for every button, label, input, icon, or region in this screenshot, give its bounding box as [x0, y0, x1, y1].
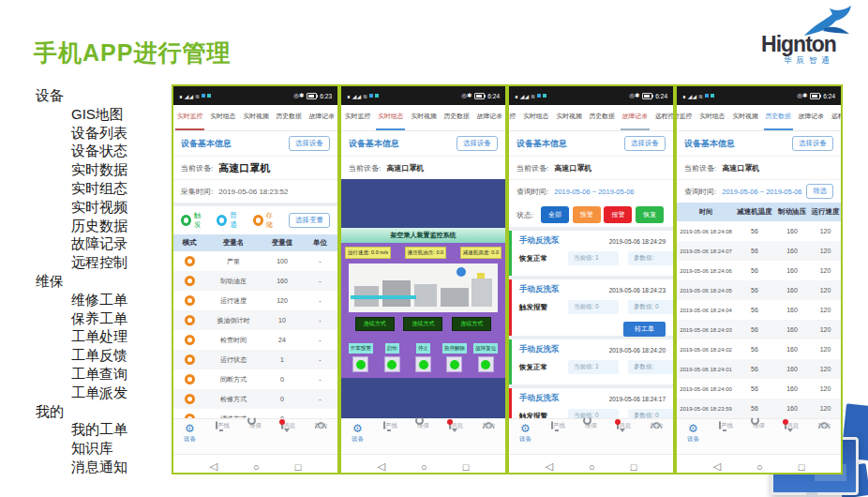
indicator-button[interactable] — [384, 356, 400, 372]
indicator-button[interactable] — [352, 356, 368, 372]
nav-item-maintenance[interactable]: 维保 — [407, 422, 440, 430]
tab-item[interactable]: 实时监控 — [677, 105, 694, 130]
tab-item[interactable]: 故障记录 — [475, 105, 504, 130]
tab-item[interactable]: 实时监控 — [509, 105, 517, 130]
nav-item-mine[interactable]: 我的 — [305, 422, 337, 430]
param-value-pill: 参数值: — [628, 251, 673, 265]
alarm-card[interactable]: 手动反洗泵 2019-05-06 18:24:23 触发报警 当前值: 0 参数… — [509, 279, 673, 336]
nav-item-maintenance[interactable]: 维保 — [575, 422, 607, 430]
signal-icon: ◢◢ — [520, 93, 529, 99]
alarm-card[interactable]: 手动反洗泵 2019-05-06 18:24:29 恢复正常 当前值: 1 参数… — [509, 231, 673, 276]
tab-item[interactable]: 远程控制 — [830, 105, 841, 130]
select-variable-button[interactable]: 选择变量 — [289, 213, 330, 228]
filter-button[interactable]: 筛选 — [806, 184, 833, 199]
nav-item-device[interactable]: ⚙设备 — [173, 422, 206, 444]
tab-item[interactable]: 实时组态 — [697, 105, 726, 130]
vibrate-icon: ∎ — [347, 93, 351, 99]
nav-item-messages[interactable]: 消息 — [775, 422, 808, 430]
tab-item[interactable]: 实时视频 — [730, 105, 759, 130]
back-icon[interactable]: ◁ — [713, 460, 721, 473]
recents-icon[interactable]: □ — [463, 461, 470, 473]
select-device-button[interactable]: 选择设备 — [289, 136, 330, 151]
tab-item[interactable]: 故障记录 — [797, 105, 826, 130]
nav-item-device[interactable]: ⚙设备 — [341, 422, 374, 444]
home-icon[interactable]: ○ — [756, 461, 763, 473]
to-workorder-button[interactable]: 转工单 — [623, 322, 666, 337]
history-data-page: 设备基本信息 选择设备 当前设备:高速口罩机 查询时间: 2019-05-06 … — [677, 131, 841, 418]
query-time-value[interactable]: 2019-05-06 ~ 2019-05-06 — [554, 188, 634, 196]
vibrate-icon: ∎ — [179, 93, 183, 99]
indicator-button[interactable] — [478, 356, 494, 372]
alarm-card[interactable]: 手动反洗泵 2019-05-06 18:24:17 触发报警 当前值: 0 参数… — [509, 388, 673, 418]
mode-button[interactable]: 连续方式 — [452, 317, 491, 331]
nav-item-messages[interactable]: 消息 — [607, 422, 640, 430]
mode-button[interactable]: 连续方式 — [403, 317, 442, 331]
query-time-value[interactable]: 2019-05-06 ~ 2019-05-06 — [722, 188, 801, 196]
recents-icon[interactable]: □ — [631, 461, 637, 473]
status-filter-button[interactable]: 预警 — [573, 206, 601, 223]
mode-button[interactable]: 连续方式 — [355, 317, 395, 331]
legend-item: 存储 — [253, 211, 277, 230]
tab-item[interactable]: 实时监控 — [175, 105, 204, 130]
status-bar: ∎ ◢◢ ≋ ◎ ✱ 6:24 — [509, 86, 673, 105]
green-lamp-icon — [419, 360, 428, 369]
outline-section-device: 设备 — [36, 86, 176, 105]
recents-icon[interactable]: □ — [799, 461, 805, 473]
status-filter-button[interactable]: 报警 — [604, 206, 632, 223]
status-filter-button[interactable]: 恢复 — [636, 206, 664, 223]
green-lamp-icon — [387, 360, 397, 369]
history-row: 2019-05-06 18:24:05 56 160 120 — [677, 280, 841, 300]
nav-item-maintenance[interactable]: 维保 — [239, 422, 272, 430]
tab-item[interactable]: 历史数据 — [442, 105, 471, 130]
nav-item-production-line[interactable]: 产线 — [374, 422, 407, 430]
page-title-post: 进行管理 — [133, 39, 231, 66]
nav-item-messages[interactable]: 消息 — [440, 422, 472, 430]
nav-item-production-line[interactable]: 产线 — [542, 422, 575, 430]
star-icon: ✱ — [299, 92, 304, 99]
recents-icon[interactable]: □ — [295, 461, 302, 473]
outline-item: 知识库 — [36, 439, 176, 458]
nav-item-mine[interactable]: 我的 — [808, 422, 841, 430]
tab-item[interactable]: 实时视频 — [554, 105, 583, 130]
select-device-button[interactable]: 选择设备 — [792, 136, 833, 151]
nav-item-mine[interactable]: 我的 — [640, 422, 673, 430]
select-device-button[interactable]: 选择设备 — [456, 136, 498, 151]
battery-icon — [810, 93, 820, 99]
indicator-button[interactable] — [446, 356, 462, 372]
back-icon[interactable]: ◁ — [546, 460, 553, 473]
home-icon[interactable]: ○ — [253, 461, 260, 473]
alarm-card[interactable]: 手动反洗泵 2019-05-06 18:24:20 恢复正常 当前值: 1 参数… — [509, 339, 673, 384]
control-label: 启动 — [385, 343, 399, 354]
indicator-button[interactable] — [415, 356, 431, 372]
nav-item-device[interactable]: ⚙设备 — [509, 422, 542, 444]
app-bottom-nav: ⚙设备 产线 维保 消息 我的 — [509, 418, 673, 454]
outline-item: 消息通知 — [36, 458, 176, 476]
phone-screenshot-realtime-monitor: ∎ ◢◢ ≋ ◎ ✱ 6:23 实时监控实时组态实时视频历史数据故障记录远程控制… — [172, 84, 339, 474]
tab-item[interactable]: 历史数据 — [588, 105, 617, 130]
tab-item[interactable]: 实时视频 — [409, 105, 438, 130]
tab-item[interactable]: 历史数据 — [764, 105, 793, 130]
tab-item[interactable]: 故障记录 — [621, 105, 650, 130]
select-device-button[interactable]: 选择设备 — [624, 136, 666, 151]
mode-dot-icon — [217, 215, 227, 226]
home-icon[interactable]: ○ — [589, 461, 595, 473]
nav-item-maintenance[interactable]: 维保 — [742, 422, 775, 430]
tab-item[interactable]: 实时视频 — [241, 105, 270, 130]
tab-item[interactable]: 实时组态 — [521, 105, 550, 130]
tab-item[interactable]: 远程控制 — [653, 105, 673, 130]
tab-item[interactable]: 实时组态 — [208, 105, 237, 130]
home-icon[interactable]: ○ — [421, 461, 427, 473]
hignton-logo: Hignton 华辰智通 — [744, 6, 861, 71]
back-icon[interactable]: ◁ — [210, 460, 217, 473]
tab-item[interactable]: 实时组态 — [376, 105, 405, 130]
back-icon[interactable]: ◁ — [378, 460, 385, 473]
nav-item-messages[interactable]: 消息 — [272, 422, 305, 430]
nav-item-production-line[interactable]: 产线 — [710, 422, 742, 430]
nav-item-production-line[interactable]: 产线 — [206, 422, 239, 430]
nav-item-mine[interactable]: 我的 — [472, 422, 505, 430]
status-filter-button[interactable]: 全部 — [541, 206, 569, 223]
nav-item-device[interactable]: ⚙设备 — [677, 422, 710, 444]
tab-item[interactable]: 历史数据 — [275, 105, 304, 130]
tab-item[interactable]: 实时监控 — [343, 105, 372, 130]
tab-item[interactable]: 故障记录 — [307, 105, 337, 130]
